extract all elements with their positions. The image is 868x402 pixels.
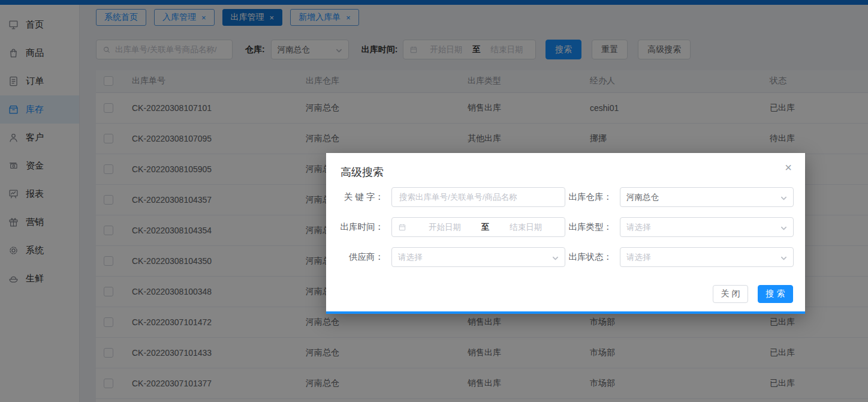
outbound-status-select[interactable]: 请选择 (620, 247, 794, 267)
dialog-title: 高级搜索 (340, 165, 384, 179)
outbound-time-range-picker[interactable]: 开始日期 至 结束日期 (391, 217, 565, 237)
outbound-type-select[interactable]: 请选择 (620, 217, 794, 237)
outbound-warehouse-value: 河南总仓 (626, 192, 659, 203)
supplier-label: 供应商： (326, 251, 391, 263)
dialog-footer: 关 闭 搜 索 (713, 285, 793, 303)
calendar-icon (398, 223, 406, 232)
outbound-status-placeholder: 请选择 (626, 252, 651, 263)
chevron-down-icon (552, 254, 559, 260)
dialog-close-button[interactable]: 关 闭 (713, 285, 748, 303)
start-date-placeholder[interactable]: 开始日期 (412, 222, 478, 233)
keyword-label: 关 键 字： (326, 191, 391, 203)
supplier-placeholder: 请选择 (398, 252, 423, 263)
outbound-type-label: 出库类型： (565, 221, 620, 233)
end-date-placeholder[interactable]: 结束日期 (493, 222, 559, 233)
outbound-type-placeholder: 请选择 (626, 222, 651, 233)
chevron-down-icon (780, 254, 787, 260)
close-icon[interactable]: × (785, 161, 792, 173)
advanced-search-form: 关 键 字： 出库仓库： 河南总仓 出库时间： 开始日期 至 结束日期 出库类型… (326, 187, 805, 277)
advanced-search-dialog: 高级搜索 × 关 键 字： 出库仓库： 河南总仓 出库时间： 开始日期 至 结束… (326, 153, 805, 314)
dialog-search-button[interactable]: 搜 索 (758, 285, 793, 303)
supplier-select[interactable]: 请选择 (391, 247, 565, 267)
outbound-time-label: 出库时间： (326, 221, 391, 233)
keyword-input[interactable] (391, 187, 565, 207)
chevron-down-icon (780, 194, 787, 200)
chevron-down-icon (780, 224, 787, 230)
outbound-warehouse-select[interactable]: 河南总仓 (620, 187, 794, 207)
outbound-status-label: 出库状态： (565, 251, 620, 263)
date-separator: 至 (478, 222, 493, 233)
outbound-warehouse-label: 出库仓库： (565, 191, 620, 203)
